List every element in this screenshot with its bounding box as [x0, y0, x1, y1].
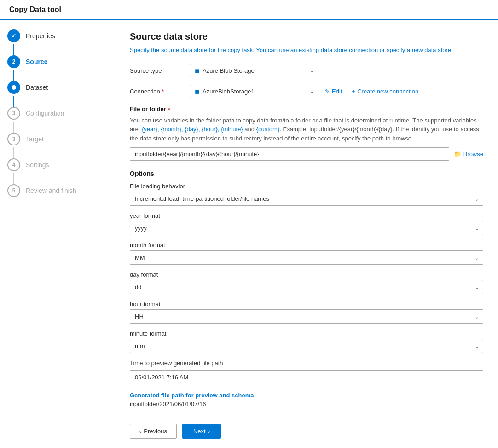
file-loading-select[interactable]: Incremental load: time-partitioned folde…: [130, 192, 483, 206]
app-header: Copy Data tool: [0, 0, 498, 20]
file-folder-label: File or folder: [130, 105, 166, 112]
step-label-properties: Properties: [26, 32, 55, 40]
day-format-label: day format: [130, 271, 483, 278]
blob-icon-conn: ◼: [195, 88, 200, 95]
day-format-select[interactable]: dd: [130, 280, 483, 294]
step-label-target: Target: [26, 135, 44, 143]
time-preview-input[interactable]: [130, 370, 483, 384]
year-format-group: year format yyyy ⌄: [130, 212, 483, 235]
folder-icon: 📁: [454, 151, 461, 157]
sidebar-item-review[interactable]: 5 Review and finish: [7, 184, 107, 210]
file-folder-required: *: [168, 106, 170, 113]
page-title: Source data store: [130, 31, 483, 42]
step-label-configuration: Configuration: [26, 110, 64, 117]
path-input[interactable]: [130, 147, 449, 161]
step-circle-properties: ✓: [7, 29, 20, 42]
content-area: Source data store Specify the source dat…: [115, 20, 498, 417]
step-label-review: Review and finish: [26, 187, 76, 194]
source-type-value: Azure Blob Storage: [203, 67, 255, 74]
options-section: Options File loading behavior Incrementa…: [130, 170, 483, 407]
minute-format-select-wrap: mm ⌄: [130, 339, 483, 353]
chevron-left-icon: ‹: [139, 428, 141, 435]
year-format-select-wrap: yyyy ⌄: [130, 221, 483, 235]
day-format-select-wrap: dd ⌄: [130, 280, 483, 294]
month-format-label: month format: [130, 242, 483, 249]
file-folder-description: You can use variables in the folder path…: [130, 116, 483, 143]
minute-format-label: minute format: [130, 330, 483, 337]
hour-format-group: hour format HH ⌄: [130, 301, 483, 324]
hour-format-select[interactable]: HH: [130, 309, 483, 324]
step-label-settings: Settings: [26, 161, 49, 169]
file-folder-section: File or folder * You can use variables i…: [130, 105, 483, 161]
edit-connection-button[interactable]: ✎ Edit: [322, 86, 345, 97]
step-circle-configuration: 3: [7, 107, 20, 120]
sidebar: ✓ Properties 2 Source Dataset 3 Configur…: [0, 20, 115, 445]
edit-icon: ✎: [325, 88, 330, 95]
step-circle-target: 3: [7, 133, 20, 145]
time-preview-label: Time to preview generated file path: [130, 360, 483, 367]
source-type-select[interactable]: ◼ Azure Blob Storage ⌄: [190, 64, 318, 77]
footer: ‹ Previous Next ›: [115, 417, 498, 445]
file-loading-select-wrap: Incremental load: time-partitioned folde…: [130, 192, 483, 206]
options-title: Options: [130, 170, 483, 177]
path-row: 📁 Browse: [130, 147, 483, 161]
connection-label: Connection *: [130, 88, 190, 95]
connection-value: AzureBlobStorage1: [203, 88, 255, 95]
sidebar-item-dataset[interactable]: Dataset: [7, 81, 107, 107]
file-loading-group: File loading behavior Incremental load: …: [130, 183, 483, 206]
plus-icon: +: [351, 87, 355, 95]
main-layout: ✓ Properties 2 Source Dataset 3 Configur…: [0, 20, 498, 445]
time-preview-group: Time to preview generated file path: [130, 360, 483, 384]
sidebar-item-target[interactable]: 3 Target: [7, 133, 107, 158]
step-circle-source: 2: [7, 55, 20, 68]
year-format-label: year format: [130, 212, 483, 219]
file-loading-label: File loading behavior: [130, 183, 483, 190]
month-format-select-wrap: MM ⌄: [130, 250, 483, 265]
chevron-down-icon-conn: ⌄: [310, 89, 313, 94]
connection-controls: ◼ AzureBlobStorage1 ⌄ ✎ Edit + Create ne…: [190, 85, 421, 98]
browse-button[interactable]: 📁 Browse: [454, 151, 483, 157]
step-label-source: Source: [26, 58, 47, 65]
step-circle-dataset: [7, 81, 20, 94]
hour-format-label: hour format: [130, 301, 483, 308]
month-format-select[interactable]: MM: [130, 250, 483, 265]
chevron-right-icon: ›: [208, 428, 210, 435]
month-format-group: month format MM ⌄: [130, 242, 483, 265]
year-format-select[interactable]: yyyy: [130, 221, 483, 235]
step-circle-settings: 4: [7, 158, 20, 171]
chevron-down-icon: ⌄: [310, 68, 313, 73]
generated-path-section: Generated file path for preview and sche…: [130, 392, 483, 407]
connection-select[interactable]: ◼ AzureBlobStorage1 ⌄: [190, 85, 318, 98]
connection-row: Connection * ◼ AzureBlobStorage1 ⌄ ✎ Edi…: [130, 85, 483, 98]
step-label-dataset: Dataset: [26, 84, 48, 91]
source-type-label: Source type: [130, 67, 190, 74]
minute-format-select[interactable]: mm: [130, 339, 483, 353]
sidebar-item-configuration[interactable]: 3 Configuration: [7, 107, 107, 133]
create-connection-button[interactable]: + Create new connection: [348, 86, 421, 97]
page-description: Specify the source data store for the co…: [130, 46, 483, 55]
step-circle-review: 5: [7, 184, 20, 197]
minute-format-group: minute format mm ⌄: [130, 330, 483, 353]
hour-format-select-wrap: HH ⌄: [130, 309, 483, 324]
sidebar-item-settings[interactable]: 4 Settings: [7, 158, 107, 184]
connection-required: *: [162, 88, 164, 95]
generated-path-label: Generated file path for preview and sche…: [130, 392, 483, 399]
next-button[interactable]: Next ›: [182, 424, 221, 439]
app-title: Copy Data tool: [9, 6, 61, 14]
blob-icon-source: ◼: [195, 67, 200, 74]
day-format-group: day format dd ⌄: [130, 271, 483, 294]
sidebar-item-source[interactable]: 2 Source: [7, 55, 107, 81]
previous-button[interactable]: ‹ Previous: [130, 424, 177, 439]
generated-path-value: inputfolder/2021/06/01/07/16: [130, 401, 483, 407]
sidebar-item-properties[interactable]: ✓ Properties: [7, 29, 107, 55]
source-type-row: Source type ◼ Azure Blob Storage ⌄: [130, 64, 483, 77]
